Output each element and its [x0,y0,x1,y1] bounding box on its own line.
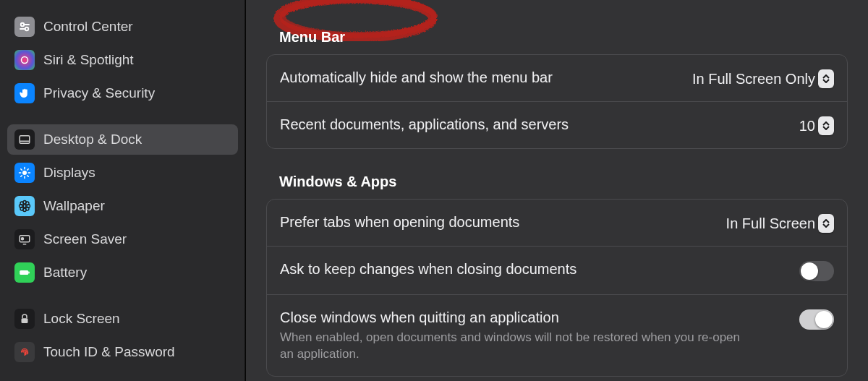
sidebar-item-lock-screen[interactable]: Lock Screen [7,304,238,334]
sidebar-item-label: Desktop & Dock [43,132,142,147]
sidebar-item-label: Control Center [43,19,133,35]
card-menubar: Automatically hide and show the menu bar… [266,54,848,149]
sidebar-item-displays[interactable]: Displays [7,158,238,188]
section-title-menubar: Menu Bar [279,29,848,46]
brightness-icon [14,163,35,183]
select-value: In Full Screen Only [692,71,815,87]
sidebar-item-siri-spotlight[interactable]: Siri & Spotlight [7,45,238,75]
svg-point-24 [26,207,30,211]
svg-point-26 [22,238,24,240]
lock-icon [14,309,35,329]
svg-point-7 [22,171,27,175]
row-label: Automatically hide and show the menu bar [280,68,553,87]
svg-point-23 [20,207,24,211]
flower-icon [14,196,35,216]
row-prefer-tabs: Prefer tabs when opening documents In Fu… [267,200,847,246]
svg-line-12 [21,169,22,171]
sidebar-item-label: Displays [43,165,95,181]
svg-point-16 [23,205,26,207]
sidebar: Control Center Siri & Spotlight Privacy … [0,0,246,381]
sidebar-item-wallpaper[interactable]: Wallpaper [7,191,238,221]
svg-line-15 [27,169,29,171]
row-close-windows-quit: Close windows when quitting an applicati… [267,294,847,376]
svg-point-4 [22,57,28,64]
select-value: In Full Screen [726,215,815,232]
sidebar-item-label: Wallpaper [43,198,105,214]
popup-stepper-autohide[interactable] [818,69,834,88]
card-windows-apps: Prefer tabs when opening documents In Fu… [266,199,848,377]
sidebar-item-label: Touch ID & Password [43,344,175,360]
popup-stepper-recent[interactable] [818,116,834,135]
sidebar-item-privacy-security[interactable]: Privacy & Security [7,78,238,108]
popup-stepper-tabs[interactable] [818,214,834,233]
svg-line-13 [27,176,29,177]
sidebar-item-battery[interactable]: Battery [7,257,238,288]
battery-icon [14,262,35,283]
svg-rect-30 [22,318,28,323]
row-ask-keep-changes: Ask to keep changes when closing documen… [267,246,847,294]
row-label: Close windows when quitting an applicati… [280,308,743,327]
svg-rect-28 [20,270,28,275]
sidebar-item-control-center[interactable]: Control Center [7,12,238,42]
sidebar-item-label: Screen Saver [43,231,127,247]
section-title-windows: Windows & Apps [279,174,848,190]
screensaver-icon [14,229,35,249]
row-recent-items: Recent documents, applications, and serv… [267,101,847,148]
svg-point-22 [26,202,30,205]
main-pane: Menu Bar Automatically hide and show the… [246,0,868,381]
row-description: When enabled, open documents and windows… [280,330,743,363]
row-label: Ask to keep changes when closing documen… [280,260,576,278]
siri-icon [14,50,35,70]
svg-rect-5 [20,136,30,144]
row-autohide-menubar: Automatically hide and show the menu bar… [267,55,847,101]
sidebar-item-label: Siri & Spotlight [43,52,134,68]
sidebar-item-desktop-dock[interactable]: Desktop & Dock [7,124,238,155]
hand-icon [14,83,35,103]
row-label: Recent documents, applications, and serv… [280,115,569,134]
fingerprint-icon [14,342,35,362]
sidebar-item-touch-id[interactable]: Touch ID & Password [7,337,238,367]
sidebar-item-label: Privacy & Security [43,85,155,101]
sidebar-item-screen-saver[interactable]: Screen Saver [7,224,238,254]
svg-point-21 [20,202,24,205]
dock-icon [14,129,35,150]
toggle-ask-keep-changes[interactable] [799,261,834,281]
svg-line-14 [21,176,22,177]
sidebar-item-label: Battery [43,265,87,281]
row-label: Prefer tabs when opening documents [280,213,519,231]
select-value: 10 [799,118,815,134]
toggle-close-windows-quit[interactable] [799,309,834,330]
svg-rect-29 [28,272,30,274]
sidebar-item-label: Lock Screen [43,311,120,327]
toggles-icon [14,17,35,37]
